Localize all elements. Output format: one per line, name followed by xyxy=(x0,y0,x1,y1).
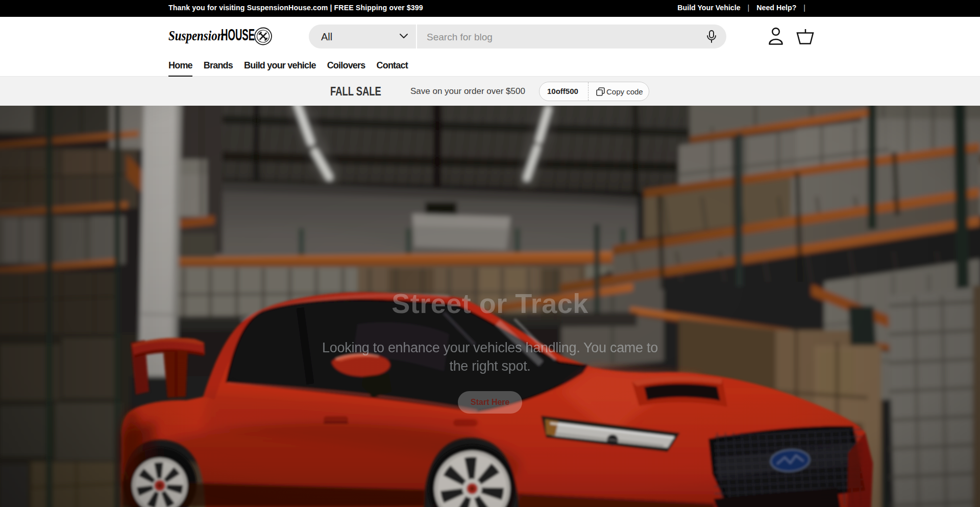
svg-text:Suspension: Suspension xyxy=(168,28,224,43)
svg-text:HOUSE: HOUSE xyxy=(221,26,255,43)
